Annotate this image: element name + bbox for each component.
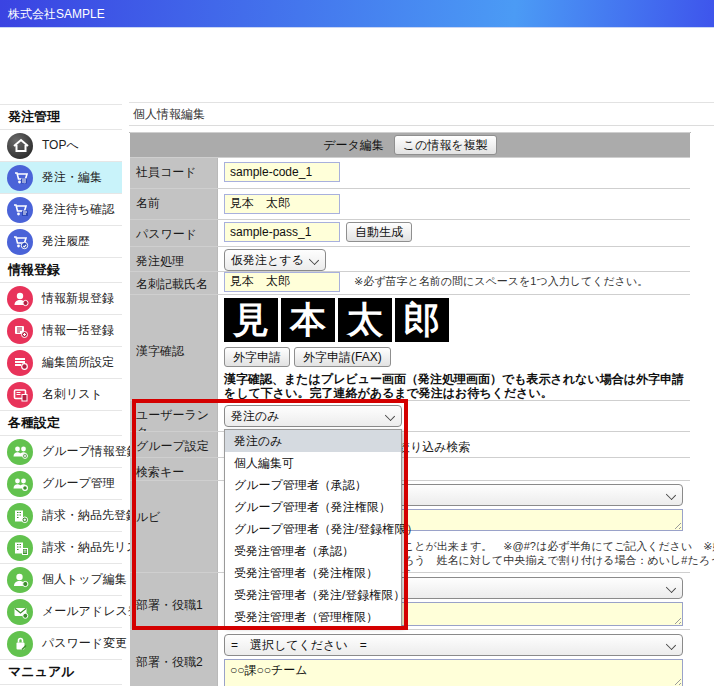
- card-name-row: 名刺記載氏名 ※必ず苗字と名前の間にスペースを1つ入力してください。: [130, 271, 690, 294]
- employee-code-input[interactable]: [224, 162, 340, 182]
- card-name-input[interactable]: [224, 272, 340, 292]
- name-label: 名前: [130, 189, 218, 219]
- page: 株式会社SAMPLE 発注管理TOPへ発注・編集発注待ち確認発注履歴情報登録情報…: [0, 0, 714, 686]
- lock-icon: [7, 631, 33, 657]
- ruby-note-line: ことが出来ます。 ※@#?は必ず半角にてご記入ください ※姓名に対し: [403, 539, 714, 554]
- sidebar-item-label: 発注待ち確認: [42, 201, 114, 218]
- user-rank-value: 発注のみ: [231, 408, 280, 425]
- sidebar-item-label: グループ情報登録: [42, 443, 139, 460]
- sidebar-item-編集箇所設定[interactable]: 編集箇所設定: [0, 346, 122, 378]
- chevron-down-icon: [666, 583, 676, 593]
- password-label: パスワード: [130, 220, 218, 246]
- ruby-note-line: ろう 姓名に対して中央揃えで割り付ける場合：めいし#たろう 姓名に: [403, 553, 714, 568]
- sidebar-item-情報一括登録[interactable]: 情報一括登録: [0, 314, 122, 346]
- user-rank-label: ユーザーランク: [130, 401, 218, 431]
- kanji-char-box: 太: [338, 298, 392, 342]
- sidebar-item-メールアドレス登録[interactable]: メールアドレス登録: [0, 595, 122, 627]
- resize-handle[interactable]: [672, 676, 681, 685]
- kanji-check-label: 漢字確認: [130, 295, 218, 400]
- building-add-icon: [7, 503, 33, 529]
- dept2-row: 部署・役職2 = 選択してください = ○○課○○チーム: [130, 629, 690, 686]
- dept1-row: 部署・役職1: [130, 572, 690, 629]
- sidebar-item-請求・納品先登録[interactable]: 請求・納品先登録: [0, 499, 122, 531]
- user-rank-select[interactable]: 発注のみ: [224, 405, 402, 427]
- user-rank-option[interactable]: 受発注管理者（承認）: [225, 540, 401, 562]
- sidebar-item-発注履歴[interactable]: 発注履歴: [0, 225, 122, 257]
- user-rank-option[interactable]: 受発注管理者（管理権限）: [225, 606, 401, 628]
- sidebar-item-label: 請求・納品先登録: [42, 507, 138, 524]
- dept2-textarea[interactable]: ○○課○○チーム: [224, 659, 683, 686]
- filter-search-link[interactable]: 絞り込み検索: [398, 439, 471, 456]
- sidebar-item-label: 個人トップ編集: [42, 571, 127, 588]
- sidebar-item-label: 名刺リスト: [42, 386, 103, 403]
- cart-history-icon: [7, 229, 33, 255]
- order-process-row: 発注処理 仮発注とする: [130, 246, 690, 271]
- table-header-row: データ編集 この情報を複製: [130, 132, 690, 157]
- company-name: 株式会社SAMPLE: [8, 7, 105, 21]
- group-setting-label: グループ設定: [130, 432, 218, 457]
- employee-code-row: 社員コード: [130, 157, 690, 188]
- sidebar-item-グループ情報登録[interactable]: グループ情報登録: [0, 435, 122, 467]
- group-gear-icon: [7, 471, 33, 497]
- sidebar-item-label: 発注・編集: [42, 169, 102, 186]
- user-rank-option[interactable]: グループ管理者（発注/登録権限）: [225, 518, 401, 540]
- sidebar-item-label: TOPへ: [42, 137, 79, 154]
- list-gear-icon: [7, 350, 33, 376]
- sidebar-item-個人トップ編集[interactable]: 個人トップ編集: [0, 563, 122, 595]
- sidebar-section-title: 発注管理: [0, 104, 122, 129]
- user-rank-option[interactable]: グループ管理者（発注権限）: [225, 496, 401, 518]
- order-process-label: 発注処理: [130, 247, 218, 271]
- sidebar-item-発注待ち確認[interactable]: 発注待ち確認: [0, 193, 122, 225]
- order-process-select[interactable]: 仮発注とする: [224, 249, 326, 271]
- duplicate-info-button[interactable]: この情報を複製: [394, 135, 497, 155]
- resize-handle[interactable]: [672, 615, 681, 624]
- chevron-down-icon: [666, 490, 676, 500]
- sidebar-item-パスワード変更[interactable]: パスワード変更: [0, 627, 122, 659]
- person-add-icon: [7, 286, 33, 312]
- sidebar-item-label: 情報一括登録: [42, 322, 114, 339]
- kanji-check-row: 漢字確認 見本太郎 外字申請 外字申請(FAX) 漢字確認、またはプレビュー画面…: [130, 294, 690, 400]
- home-icon: [7, 133, 33, 159]
- sidebar: 発注管理TOPへ発注・編集発注待ち確認発注履歴情報登録情報新規登録情報一括登録編…: [0, 104, 122, 686]
- sidebar-item-請求・納品先リスト[interactable]: 請求・納品先リスト: [0, 531, 122, 563]
- kanji-char-box: 郎: [395, 298, 449, 342]
- dept1-label: 部署・役職1: [130, 573, 218, 629]
- search-key-row: 検索キー: [130, 457, 690, 480]
- gaiji-request-fax-button[interactable]: 外字申請(FAX): [294, 347, 391, 367]
- user-rank-option[interactable]: 受発注管理者（発注/登録権限）: [225, 584, 401, 606]
- building-list-icon: [7, 535, 33, 561]
- user-rank-row: ユーザーランク 発注のみ: [130, 400, 690, 431]
- dept2-select[interactable]: = 選択してください =: [224, 634, 683, 656]
- user-rank-option[interactable]: 発注のみ: [225, 430, 401, 452]
- top-company-bar: 株式会社SAMPLE: [0, 0, 714, 28]
- resize-handle[interactable]: [672, 520, 681, 529]
- person-bulk-icon: [7, 318, 33, 344]
- card-name-note: ※必ず苗字と名前の間にスペースを1つ入力してください。: [354, 274, 648, 289]
- cart-wait-icon: [7, 197, 33, 223]
- ruby-label: ルビ: [130, 481, 218, 572]
- sidebar-item-発注・編集[interactable]: 発注・編集: [0, 161, 122, 193]
- sidebar-item-グループ管理[interactable]: グループ管理: [0, 467, 122, 499]
- sidebar-item-情報新規登録[interactable]: 情報新規登録: [0, 282, 122, 314]
- kanji-preview: 見本太郎: [224, 298, 686, 342]
- auto-generate-button[interactable]: 自動生成: [346, 222, 412, 242]
- sidebar-section-title: 各種設定: [0, 410, 122, 435]
- user-rank-option[interactable]: 個人編集可: [225, 452, 401, 474]
- user-rank-dropdown: 発注のみ個人編集可グループ管理者（承認）グループ管理者（発注権限）グループ管理者…: [224, 429, 402, 627]
- password-input[interactable]: [224, 222, 340, 242]
- sidebar-item-TOPへ[interactable]: TOPへ: [0, 129, 122, 161]
- name-input[interactable]: [224, 194, 340, 214]
- sidebar-item-label: 情報新規登録: [42, 290, 114, 307]
- mail-icon: [7, 599, 33, 625]
- sidebar-item-label: グループ管理: [42, 475, 115, 492]
- kanji-char-box: 見: [224, 298, 278, 342]
- user-rank-option[interactable]: 受発注管理者（発注権限）: [225, 562, 401, 584]
- user-rank-option[interactable]: グループ管理者（承認）: [225, 474, 401, 496]
- kanji-check-description: 漢字確認、またはプレビュー画面（発注処理画面）でも表示されない場合は外字申請をし…: [224, 372, 686, 400]
- sidebar-item-名刺リスト[interactable]: 名刺リスト: [0, 378, 122, 410]
- search-key-label: 検索キー: [130, 458, 218, 480]
- sidebar-section-title: マニュアル: [0, 659, 122, 684]
- card-list-icon: [7, 382, 33, 408]
- chevron-down-icon: [666, 640, 676, 650]
- gaiji-request-button[interactable]: 外字申請: [224, 347, 290, 367]
